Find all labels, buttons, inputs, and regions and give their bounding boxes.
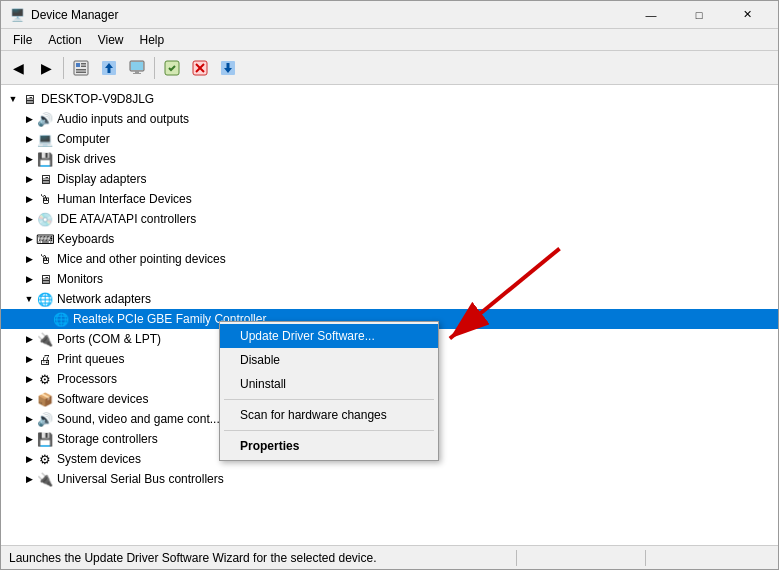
usb-icon: 🔌 xyxy=(37,471,53,487)
diskdrives-label: Disk drives xyxy=(57,152,116,166)
toolbar-sep-2 xyxy=(154,57,155,79)
menu-item-view[interactable]: View xyxy=(90,31,132,49)
tree-item-computer[interactable]: ▶💻Computer xyxy=(1,129,778,149)
menu-item-file[interactable]: File xyxy=(5,31,40,49)
ctx-item-update-driver-software-[interactable]: Update Driver Software... xyxy=(220,324,438,348)
svg-rect-5 xyxy=(76,71,86,73)
monitors-chevron: ▶ xyxy=(21,271,37,287)
svg-rect-10 xyxy=(135,71,139,73)
tree-item-mice[interactable]: ▶🖱Mice and other pointing devices xyxy=(1,249,778,269)
close-button[interactable]: ✕ xyxy=(724,5,770,25)
tree-item-network[interactable]: ▼🌐Network adapters xyxy=(1,289,778,309)
toolbar: ◀ ▶ xyxy=(1,51,778,85)
tree-item-hid[interactable]: ▶🖱Human Interface Devices xyxy=(1,189,778,209)
processors-label: Processors xyxy=(57,372,117,386)
status-message: Launches the Update Driver Software Wiza… xyxy=(9,551,512,565)
diskdrives-chevron: ▶ xyxy=(21,151,37,167)
svg-rect-2 xyxy=(81,63,86,65)
svg-rect-4 xyxy=(76,69,86,71)
sound-chevron: ▶ xyxy=(21,411,37,427)
usb-chevron: ▶ xyxy=(21,471,37,487)
root-chevron: ▼ xyxy=(5,91,21,107)
ctx-item-disable[interactable]: Disable xyxy=(220,348,438,372)
mice-label: Mice and other pointing devices xyxy=(57,252,226,266)
software-label: Software devices xyxy=(57,392,148,406)
tree-item-display[interactable]: ▶🖥Display adapters xyxy=(1,169,778,189)
storage-icon: 💾 xyxy=(37,431,53,447)
toolbar-back[interactable]: ◀ xyxy=(5,55,31,81)
toolbar-install[interactable] xyxy=(215,55,241,81)
computer-label: Computer xyxy=(57,132,110,146)
ctx-item-scan-for-hardware-changes[interactable]: Scan for hardware changes xyxy=(220,403,438,427)
usb-label: Universal Serial Bus controllers xyxy=(57,472,224,486)
tree-root[interactable]: ▼ 🖥 DESKTOP-V9D8JLG xyxy=(1,89,778,109)
computer-chevron: ▶ xyxy=(21,131,37,147)
system-chevron: ▶ xyxy=(21,451,37,467)
audio-icon: 🔊 xyxy=(37,111,53,127)
printqueues-icon: 🖨 xyxy=(37,351,53,367)
system-label: System devices xyxy=(57,452,141,466)
mice-icon: 🖱 xyxy=(37,251,53,267)
menu-item-action[interactable]: Action xyxy=(40,31,89,49)
toolbar-monitor[interactable] xyxy=(124,55,150,81)
mice-chevron: ▶ xyxy=(21,251,37,267)
ctx-separator xyxy=(224,399,434,400)
hid-icon: 🖱 xyxy=(37,191,53,207)
window-title: Device Manager xyxy=(31,8,628,22)
svg-rect-9 xyxy=(131,62,143,70)
svg-rect-11 xyxy=(133,73,141,74)
toolbar-sep-1 xyxy=(63,57,64,79)
printqueues-label: Print queues xyxy=(57,352,124,366)
printqueues-chevron: ▶ xyxy=(21,351,37,367)
tree-item-ide[interactable]: ▶💿IDE ATA/ATAPI controllers xyxy=(1,209,778,229)
main-content: ▼ 🖥 DESKTOP-V9D8JLG ▶🔊Audio inputs and o… xyxy=(1,85,778,545)
svg-rect-3 xyxy=(81,65,86,67)
ide-label: IDE ATA/ATAPI controllers xyxy=(57,212,196,226)
maximize-button[interactable]: □ xyxy=(676,5,722,25)
ports-label: Ports (COM & LPT) xyxy=(57,332,161,346)
toolbar-properties[interactable] xyxy=(68,55,94,81)
status-divider-1 xyxy=(516,550,517,566)
tree-item-usb[interactable]: ▶🔌Universal Serial Bus controllers xyxy=(1,469,778,489)
network-icon: 🌐 xyxy=(37,291,53,307)
tree-item-audio[interactable]: ▶🔊Audio inputs and outputs xyxy=(1,109,778,129)
status-divider-2 xyxy=(645,550,646,566)
tree-item-monitors[interactable]: ▶🖥Monitors xyxy=(1,269,778,289)
system-icon: ⚙ xyxy=(37,451,53,467)
window-controls: — □ ✕ xyxy=(628,5,770,25)
ctx-item-uninstall[interactable]: Uninstall xyxy=(220,372,438,396)
minimize-button[interactable]: — xyxy=(628,5,674,25)
menu-bar: FileActionViewHelp xyxy=(1,29,778,51)
toolbar-update-driver[interactable] xyxy=(96,55,122,81)
ports-icon: 🔌 xyxy=(37,331,53,347)
ide-icon: 💿 xyxy=(37,211,53,227)
storage-label: Storage controllers xyxy=(57,432,158,446)
processors-icon: ⚙ xyxy=(37,371,53,387)
storage-chevron: ▶ xyxy=(21,431,37,447)
audio-label: Audio inputs and outputs xyxy=(57,112,189,126)
toolbar-forward[interactable]: ▶ xyxy=(33,55,59,81)
software-chevron: ▶ xyxy=(21,391,37,407)
svg-rect-1 xyxy=(76,63,80,67)
software-icon: 📦 xyxy=(37,391,53,407)
tree-item-diskdrives[interactable]: ▶💾Disk drives xyxy=(1,149,778,169)
device-tree[interactable]: ▼ 🖥 DESKTOP-V9D8JLG ▶🔊Audio inputs and o… xyxy=(1,85,778,545)
monitors-icon: 🖥 xyxy=(37,271,53,287)
ide-chevron: ▶ xyxy=(21,211,37,227)
audio-chevron: ▶ xyxy=(21,111,37,127)
sound-label: Sound, video and game cont... xyxy=(57,412,220,426)
realtek-chevron xyxy=(37,311,53,327)
hid-chevron: ▶ xyxy=(21,191,37,207)
menu-item-help[interactable]: Help xyxy=(132,31,173,49)
title-bar: 🖥️ Device Manager — □ ✕ xyxy=(1,1,778,29)
toolbar-scan[interactable] xyxy=(159,55,185,81)
display-icon: 🖥 xyxy=(37,171,53,187)
toolbar-remove[interactable] xyxy=(187,55,213,81)
ports-chevron: ▶ xyxy=(21,331,37,347)
computer-icon: 💻 xyxy=(37,131,53,147)
sound-icon: 🔊 xyxy=(37,411,53,427)
tree-item-keyboards[interactable]: ▶⌨Keyboards xyxy=(1,229,778,249)
computer-icon: 🖥 xyxy=(21,91,37,107)
ctx-item-properties[interactable]: Properties xyxy=(220,434,438,458)
status-bar: Launches the Update Driver Software Wiza… xyxy=(1,545,778,569)
